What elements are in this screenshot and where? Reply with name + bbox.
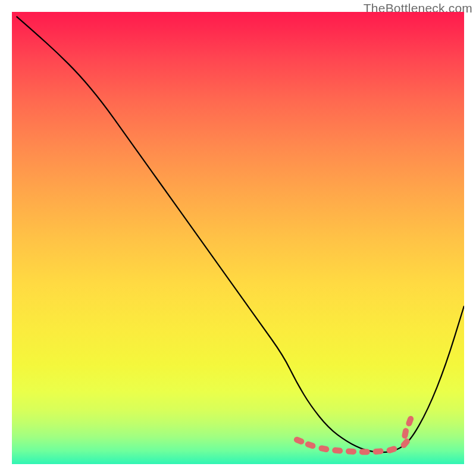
curve-layer	[12, 12, 464, 464]
marker-dash	[386, 445, 397, 454]
marker-dash	[346, 448, 356, 455]
marker-dash	[332, 447, 343, 454]
marker-dash	[405, 415, 415, 427]
chart-container: TheBottleneck.com	[0, 0, 476, 476]
optimal-markers	[293, 415, 414, 455]
marker-dash	[304, 441, 316, 450]
marker-dash	[293, 436, 305, 446]
marker-dash	[372, 448, 384, 455]
plot-area	[12, 12, 464, 464]
marker-dash	[402, 427, 409, 439]
marker-dash	[359, 449, 370, 455]
marker-dash	[318, 445, 330, 453]
bottleneck-curve	[17, 17, 464, 452]
